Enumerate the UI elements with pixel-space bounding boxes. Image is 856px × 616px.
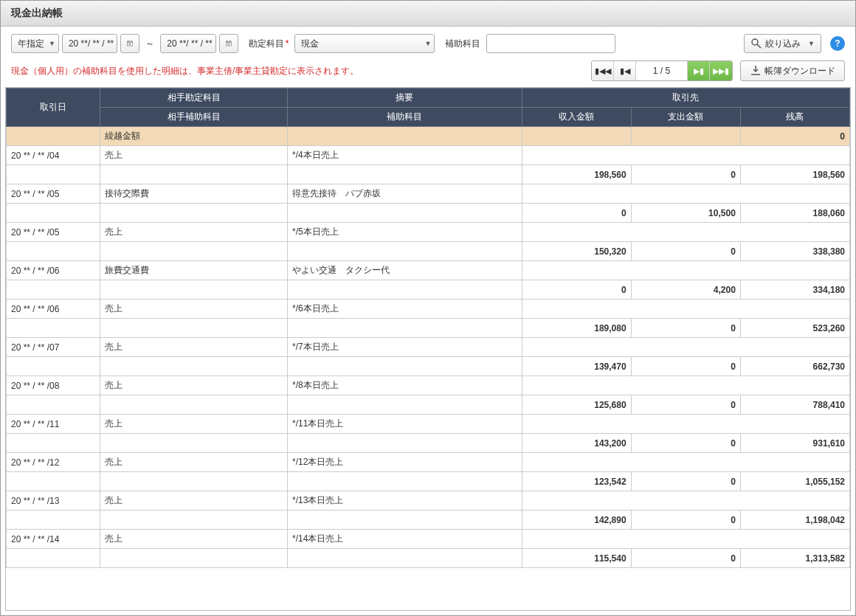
table-row-sub[interactable]: 010,500188,060 — [7, 204, 850, 223]
pager-last[interactable]: ▶▶▮ — [710, 61, 732, 80]
table-row[interactable]: 20 ** / ** /11売上*/11本日売上 — [7, 415, 850, 434]
table-row-sub[interactable]: 139,4700662,730 — [7, 357, 850, 376]
cell-income: 123,542 — [522, 472, 631, 491]
th-party: 取引先 — [522, 89, 850, 108]
table-row-sub[interactable]: 198,5600198,560 — [7, 165, 850, 184]
cell-party — [522, 453, 850, 472]
table-row-sub[interactable]: 04,200334,180 — [7, 280, 850, 300]
date-to-value: 20 **/ ** / ** — [167, 38, 212, 49]
cell-expense: 0 — [631, 472, 740, 491]
calendar-to-button[interactable]: 31 — [219, 34, 238, 53]
date-range-separator: ～ — [145, 38, 154, 50]
cell-sub-account — [100, 242, 288, 261]
table-row[interactable]: 20 ** / ** /06旅費交通費やよい交通 タクシー代 — [7, 261, 850, 280]
table-row-sub[interactable]: 123,54201,055,152 — [7, 472, 850, 491]
cell-account: 旅費交通費 — [100, 261, 288, 280]
table-row-sub[interactable]: 189,0800523,260 — [7, 319, 850, 338]
pager-next[interactable]: ▶▮ — [688, 61, 710, 80]
table-row-sub[interactable]: 143,2000931,610 — [7, 434, 850, 453]
cell-expense: 0 — [631, 319, 740, 338]
cell-sub-account — [100, 549, 288, 568]
cell-income: 0 — [522, 204, 631, 223]
table-row[interactable]: 20 ** / ** /04売上*/4本日売上 — [7, 146, 850, 165]
account-select[interactable]: 現金 ▼ — [294, 34, 435, 53]
cell-date: 20 ** / ** /12 — [7, 453, 100, 472]
account-value: 現金 — [301, 38, 319, 50]
cell-empty — [7, 472, 100, 491]
cell-date: 20 ** / ** /08 — [7, 376, 100, 395]
cell-party — [522, 338, 850, 357]
cell-sub-account — [100, 434, 288, 453]
pager-prev[interactable]: ▮◀ — [614, 61, 636, 80]
cell-sub-desc — [288, 472, 522, 491]
year-mode-value: 年指定 — [18, 38, 44, 50]
svg-text:31: 31 — [227, 43, 230, 46]
table-row-sub[interactable]: 150,3200338,380 — [7, 242, 850, 261]
year-mode-select[interactable]: 年指定 ▼ — [11, 34, 59, 53]
table-row[interactable]: 20 ** / ** /05接待交際費得意先接待 パブ赤坂 — [7, 184, 850, 204]
ledger-table: 取引日 相手勘定科目 摘要 取引先 相手補助科目 補助科目 収入金額 支出金額 … — [6, 88, 850, 568]
sub-account-input[interactable] — [486, 34, 615, 53]
date-from-input[interactable]: 20 **/ ** / ** — [62, 34, 117, 53]
cell-empty — [7, 549, 100, 568]
cell-date: 20 ** / ** /04 — [7, 146, 100, 165]
cell-desc: */11本日売上 — [288, 415, 522, 434]
table-row[interactable]: 20 ** / ** /06売上*/6本日売上 — [7, 300, 850, 319]
cell-empty — [7, 434, 100, 453]
table-row[interactable]: 20 ** / ** /12売上*/12本日売上 — [7, 453, 850, 472]
cell-party — [522, 376, 850, 395]
cell-account: 売上 — [100, 491, 288, 511]
table-row[interactable]: 20 ** / ** /14売上*/14本日売上 — [7, 530, 850, 549]
cell-sub-desc — [288, 242, 522, 261]
calendar-from-button[interactable]: 31 — [120, 34, 139, 53]
cell-empty — [7, 357, 100, 376]
date-from-value: 20 **/ ** / ** — [69, 38, 114, 49]
table-row-sub[interactable]: 125,6800788,410 — [7, 395, 850, 415]
cell-expense: 0 — [631, 434, 740, 453]
cell-expense: 0 — [631, 395, 740, 415]
cell-desc: */5本日売上 — [288, 223, 522, 242]
ledger-table-wrap[interactable]: 取引日 相手勘定科目 摘要 取引先 相手補助科目 補助科目 収入金額 支出金額 … — [5, 87, 851, 611]
cell-sub-desc — [288, 434, 522, 453]
cell-date: 20 ** / ** /05 — [7, 184, 100, 204]
carry-label: 繰越金額 — [100, 127, 288, 146]
cell-balance: 788,410 — [740, 395, 849, 415]
th-account: 相手勘定科目 — [100, 89, 288, 108]
table-row[interactable]: 20 ** / ** /05売上*/5本日売上 — [7, 223, 850, 242]
cell-sub-account — [100, 280, 288, 300]
cell-expense: 0 — [631, 511, 740, 530]
svg-text:31: 31 — [129, 43, 132, 46]
cell-sub-account — [100, 357, 288, 376]
pager-first[interactable]: ▮◀◀ — [592, 61, 614, 80]
calendar-icon: 31 — [226, 38, 232, 49]
cell-party — [522, 184, 850, 204]
pager-status: 1 / 5 — [636, 61, 688, 80]
cell-party — [522, 146, 850, 165]
cell-party — [522, 415, 850, 434]
cell-income: 143,200 — [522, 434, 631, 453]
table-row[interactable]: 20 ** / ** /08売上*/8本日売上 — [7, 376, 850, 395]
warning-text: 現金（個人用）の補助科目を使用した明細は、事業主借/事業主貸勘定に表示されます。 — [11, 65, 359, 77]
cell-income: 125,680 — [522, 395, 631, 415]
cell-date: 20 ** / ** /14 — [7, 530, 100, 549]
table-row-sub[interactable]: 115,54001,313,582 — [7, 549, 850, 568]
cell-balance: 662,730 — [740, 357, 849, 376]
cell-sub-desc — [288, 357, 522, 376]
table-row-sub[interactable]: 142,89001,198,042 — [7, 511, 850, 530]
filter-button[interactable]: 絞り込み ▼ — [744, 34, 821, 53]
date-to-input[interactable]: 20 **/ ** / ** — [160, 34, 215, 53]
help-button[interactable]: ? — [830, 36, 845, 51]
chevron-down-icon: ▼ — [49, 40, 55, 47]
download-button[interactable]: 帳簿ダウンロード — [740, 60, 845, 81]
cell-balance: 1,313,582 — [740, 549, 849, 568]
cell-sub-desc — [288, 395, 522, 415]
account-label: 勘定科目* — [249, 38, 289, 50]
cell-account: 売上 — [100, 146, 288, 165]
cell-desc: */13本日売上 — [288, 491, 522, 511]
table-row[interactable]: 20 ** / ** /13売上*/13本日売上 — [7, 491, 850, 511]
table-row[interactable]: 20 ** / ** /07売上*/7本日売上 — [7, 338, 850, 357]
carry-balance: 0 — [740, 127, 849, 146]
cell-account: 売上 — [100, 530, 288, 549]
calendar-icon: 31 — [127, 38, 133, 49]
cell-empty — [7, 511, 100, 530]
